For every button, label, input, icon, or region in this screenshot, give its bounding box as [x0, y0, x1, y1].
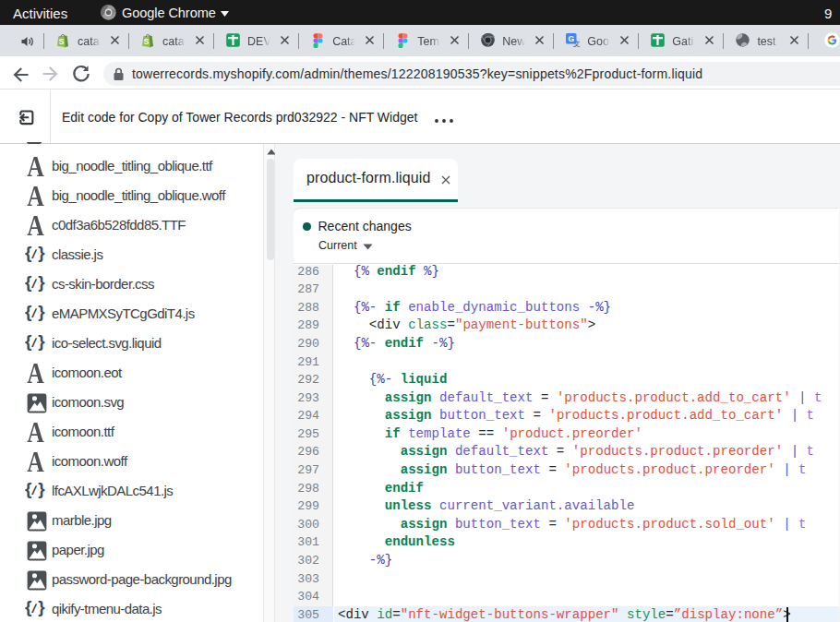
svg-text:S: S — [143, 37, 149, 46]
svg-text:G: G — [568, 34, 574, 43]
svg-text:S: S — [58, 37, 64, 46]
